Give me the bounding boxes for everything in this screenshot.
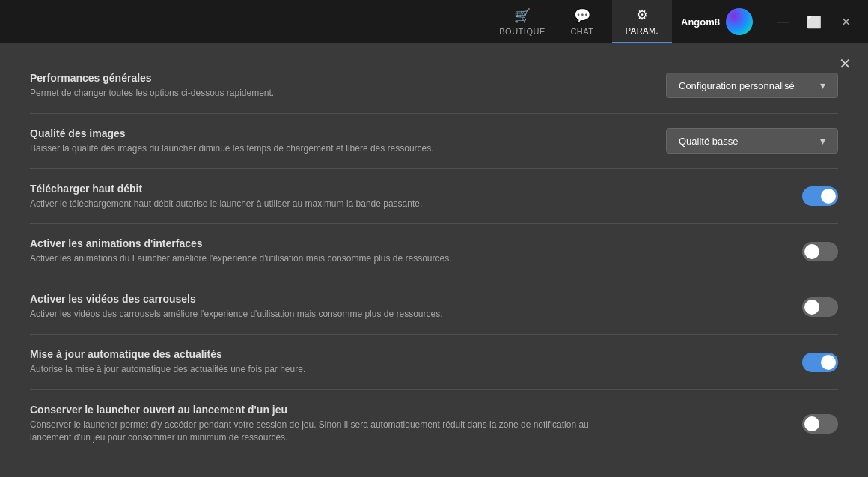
nav-item-param[interactable]: ⚙ PARAM.	[612, 0, 672, 43]
panel-close-button[interactable]: ✕	[834, 52, 856, 75]
avatar[interactable]	[726, 8, 753, 35]
chevron-down-icon: ▾	[820, 79, 825, 91]
boutique-icon: 🛒	[514, 7, 531, 24]
setting-desc-qualite-images: Baisser la qualité des images du launche…	[30, 142, 629, 155]
dropdown-performances-generales[interactable]: Configuration personnalisé▾	[666, 73, 838, 98]
toggle-activer-videos-carrousels[interactable]	[802, 297, 838, 317]
setting-title-performances-generales: Performances générales	[30, 72, 651, 84]
nav-item-chat[interactable]: 💬 CHAT	[552, 0, 612, 43]
setting-title-activer-videos-carrousels: Activer les vidéos des carrousels	[30, 293, 787, 305]
setting-row-telecharger-haut-debit: Télécharger haut débitActiver le télécha…	[30, 169, 838, 225]
username: Angom8	[681, 16, 720, 28]
chevron-down-icon: ▾	[820, 135, 825, 147]
dropdown-label-qualite-images: Qualité basse	[679, 136, 739, 147]
window-controls: — ⬜ ✕	[768, 7, 861, 37]
minimize-button[interactable]: —	[768, 7, 798, 37]
chat-icon: 💬	[574, 7, 591, 24]
dropdown-label-performances-generales: Configuration personnalisé	[679, 80, 795, 91]
topbar: 🛒 BOUTIQUE 💬 CHAT ⚙ PARAM. Angom8 — ⬜ ✕	[0, 0, 868, 43]
maximize-button[interactable]: ⬜	[799, 7, 829, 37]
setting-row-qualite-images: Qualité des imagesBaisser la qualité des…	[30, 114, 838, 169]
setting-row-activer-animations: Activer les animations d'interfacesActiv…	[30, 224, 838, 279]
setting-row-conserver-launcher: Conserver le launcher ouvert au lancemen…	[30, 390, 838, 458]
toggle-conserver-launcher[interactable]	[802, 414, 838, 434]
param-icon: ⚙	[636, 7, 649, 23]
toggle-activer-animations[interactable]	[802, 242, 838, 261]
setting-title-activer-animations: Activer les animations d'interfaces	[30, 237, 787, 249]
setting-desc-performances-generales: Permet de changer toutes les options ci-…	[30, 87, 629, 100]
nav-label-boutique: BOUTIQUE	[499, 27, 545, 36]
setting-title-conserver-launcher: Conserver le launcher ouvert au lancemen…	[30, 404, 787, 416]
setting-row-activer-videos-carrousels: Activer les vidéos des carrouselsActiver…	[30, 279, 838, 335]
setting-title-mise-a-jour-actualites: Mise à jour automatique des actualités	[30, 348, 787, 360]
setting-row-mise-a-jour-actualites: Mise à jour automatique des actualitésAu…	[30, 335, 838, 390]
settings-panel: ✕ Performances généralesPermet de change…	[0, 43, 868, 477]
nav-label-param: PARAM.	[626, 26, 658, 35]
setting-title-qualite-images: Qualité des images	[30, 127, 651, 139]
setting-desc-mise-a-jour-actualites: Autorise la mise à jour automatique des …	[30, 363, 629, 376]
setting-desc-conserver-launcher: Conserver le launcher permet d'y accéder…	[30, 419, 629, 444]
setting-desc-telecharger-haut-debit: Activer le téléchargement haut débit aut…	[30, 198, 629, 210]
close-window-button[interactable]: ✕	[831, 7, 861, 37]
setting-desc-activer-videos-carrousels: Activer les vidéos des carrousels amélio…	[30, 308, 629, 320]
user-section: Angom8	[672, 8, 762, 35]
setting-row-performances-generales: Performances généralesPermet de changer …	[30, 58, 838, 114]
nav-item-boutique[interactable]: 🛒 BOUTIQUE	[492, 0, 552, 43]
dropdown-qualite-images[interactable]: Qualité basse▾	[666, 128, 838, 154]
toggle-mise-a-jour-actualites[interactable]	[802, 353, 838, 372]
setting-desc-activer-animations: Activer les animations du Launcher améli…	[30, 252, 629, 265]
settings-container: Performances généralesPermet de changer …	[30, 58, 838, 457]
nav-label-chat: CHAT	[570, 27, 593, 36]
toggle-telecharger-haut-debit[interactable]	[802, 186, 838, 206]
setting-title-telecharger-haut-debit: Télécharger haut débit	[30, 183, 787, 195]
